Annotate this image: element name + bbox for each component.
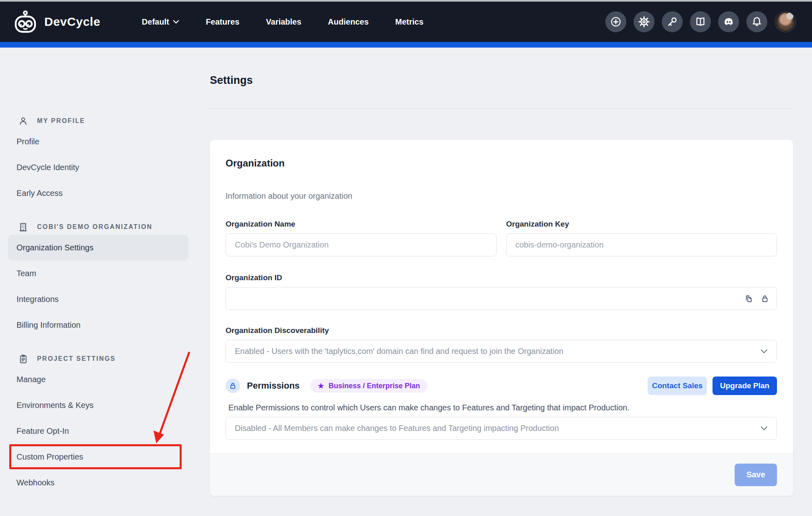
org-name-input[interactable] <box>226 233 497 256</box>
create-new-button[interactable] <box>605 11 626 32</box>
sidebar-item-integrations[interactable]: Integrations <box>8 286 188 312</box>
key-icon <box>666 16 678 28</box>
card-title: Organization <box>226 157 777 170</box>
sidebar-item-webhooks[interactable]: Webhooks <box>8 470 188 495</box>
org-name-label: Organization Name <box>226 220 497 229</box>
org-id-label: Organization ID <box>226 273 777 282</box>
devcycle-settings-page: DevCycle Default Features Variables Audi… <box>0 0 812 516</box>
permissions-header-row: Permissions ★ Business / Enterprise Plan… <box>226 377 777 395</box>
nav-item-variables[interactable]: Variables <box>253 17 315 27</box>
sidebar-item-feature-opt-in[interactable]: Feature Opt-In <box>8 418 188 444</box>
org-key-input[interactable] <box>506 233 777 256</box>
permissions-lock-badge <box>226 379 240 393</box>
sidebar-item-devcycle-identity[interactable]: DevCycle Identity <box>8 154 188 180</box>
sidebar-item-billing-information[interactable]: Billing Information <box>8 312 188 338</box>
org-id-input[interactable] <box>226 287 777 310</box>
upgrade-plan-button[interactable]: Upgrade Plan <box>713 377 777 395</box>
documentation-button[interactable] <box>690 11 711 32</box>
permissions-select[interactable]: Disabled - All Members can make changes … <box>226 417 777 440</box>
person-icon <box>18 116 29 127</box>
section-organization: COBI'S DEMO ORGANIZATION <box>8 221 197 233</box>
copy-icon[interactable] <box>744 294 754 304</box>
plus-circle-icon <box>610 16 622 28</box>
sidebar-item-manage[interactable]: Manage <box>8 366 188 392</box>
blue-lock-icon <box>228 381 237 390</box>
plan-badge: ★ Business / Enterprise Plan <box>310 379 427 393</box>
discord-button[interactable] <box>718 11 739 32</box>
notifications-button[interactable] <box>746 11 767 32</box>
discoverability-select[interactable]: Enabled - Users with the 'taplytics.com'… <box>226 340 777 363</box>
chevron-down-icon <box>760 426 768 431</box>
org-key-field: Organization Key <box>506 220 777 256</box>
sidebar-item-profile[interactable]: Profile <box>8 129 188 154</box>
save-button[interactable]: Save <box>735 464 777 486</box>
star-icon: ★ <box>317 382 325 390</box>
card-footer: Save <box>210 453 793 496</box>
nav-actions <box>605 11 796 33</box>
chevron-down-icon <box>173 20 179 24</box>
settings-sidebar: MY PROFILE Profile DevCycle Identity Ear… <box>0 48 197 496</box>
gear-icon <box>638 16 650 28</box>
card-subtitle: Information about your organization <box>226 191 777 201</box>
lock-icon[interactable] <box>760 294 770 304</box>
api-keys-button[interactable] <box>662 11 683 32</box>
discord-icon <box>723 16 735 28</box>
sidebar-item-organization-settings[interactable]: Organization Settings <box>8 235 188 260</box>
open-book-icon <box>694 16 706 28</box>
permissions-description: Enable Permissions to control which User… <box>228 402 777 413</box>
permissions-title: Permissions <box>247 381 300 391</box>
chevron-down-icon <box>760 349 768 354</box>
org-id-field: Organization ID <box>226 273 777 310</box>
user-avatar[interactable] <box>775 11 796 33</box>
contact-sales-button[interactable]: Contact Sales <box>648 377 707 395</box>
discoverability-field: Organization Discoverability Enabled - U… <box>226 326 777 363</box>
project-selector-default[interactable]: Default <box>128 17 193 27</box>
building-icon <box>18 222 29 233</box>
discoverability-label: Organization Discoverability <box>226 326 777 335</box>
nav-item-metrics[interactable]: Metrics <box>382 17 437 27</box>
section-my-profile: MY PROFILE <box>8 115 197 127</box>
org-key-label: Organization Key <box>506 220 777 229</box>
org-name-field: Organization Name <box>226 220 497 256</box>
page-title: Settings <box>210 73 793 87</box>
nav-item-audiences[interactable]: Audiences <box>315 17 382 27</box>
brand-name: DevCycle <box>44 15 100 29</box>
nav-links: Default Features Variables Audiences Met… <box>128 17 437 27</box>
clipboard-icon <box>18 354 29 364</box>
nav-item-features[interactable]: Features <box>193 17 253 27</box>
devcycle-logo[interactable]: DevCycle <box>12 10 100 33</box>
top-navbar: DevCycle Default Features Variables Audi… <box>0 2 812 42</box>
sidebar-item-environments-keys[interactable]: Environments & Keys <box>8 392 188 418</box>
sidebar-item-custom-properties[interactable]: Custom Properties <box>8 444 188 470</box>
organization-card: Organization Information about your orga… <box>210 140 793 496</box>
devcycle-robot-icon <box>12 10 39 33</box>
settings-main: Settings Organization Information about … <box>197 48 812 496</box>
sidebar-item-early-access[interactable]: Early Access <box>8 180 188 206</box>
bell-icon <box>751 16 763 28</box>
section-project-settings: PROJECT SETTINGS <box>8 353 197 364</box>
sidebar-item-team[interactable]: Team <box>8 260 188 286</box>
title-divider <box>210 108 793 109</box>
accent-bar <box>0 42 812 48</box>
settings-button[interactable] <box>634 11 655 32</box>
